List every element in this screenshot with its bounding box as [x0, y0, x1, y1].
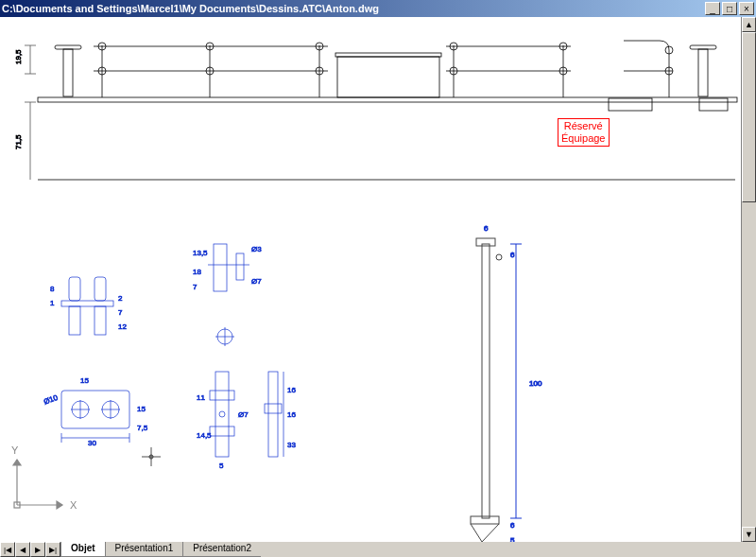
nav-last-button[interactable]: ▶|: [45, 542, 60, 557]
svg-rect-41: [94, 306, 106, 335]
scroll-down-button[interactable]: ▼: [742, 527, 756, 542]
dim-h1: 19,5: [14, 49, 23, 64]
bottom-bar: |◀ ◀ ▶ ▶| Objet Présentation1 Présentati…: [0, 542, 756, 557]
svg-rect-74: [210, 391, 234, 400]
titlebar: C:\Documents and Settings\Marcel1\My Doc…: [0, 0, 756, 17]
svg-text:1: 1: [50, 299, 55, 307]
svg-text:18: 18: [193, 268, 201, 276]
svg-text:Ø7: Ø7: [251, 277, 262, 286]
vertical-scrollbar[interactable]: ▲ ▼: [741, 17, 756, 542]
window-title: C:\Documents and Settings\Marcel1\My Doc…: [2, 3, 705, 14]
svg-text:Ø3: Ø3: [251, 245, 262, 253]
horizontal-scrollbar[interactable]: [261, 542, 756, 557]
svg-text:6: 6: [510, 251, 515, 259]
svg-rect-21: [335, 53, 441, 57]
maximize-button[interactable]: □: [722, 2, 737, 15]
tab-presentation1[interactable]: Présentation1: [105, 542, 184, 557]
svg-rect-40: [69, 306, 80, 335]
svg-rect-73: [215, 372, 229, 457]
svg-rect-34: [698, 49, 708, 96]
drawing-canvas[interactable]: 19,5 71,5: [0, 17, 741, 542]
svg-rect-33: [690, 45, 716, 49]
scroll-thumb[interactable]: [742, 32, 756, 202]
svg-text:Ø10: Ø10: [43, 393, 60, 407]
svg-text:7: 7: [193, 283, 198, 291]
svg-text:11: 11: [197, 393, 205, 402]
svg-text:15: 15: [80, 376, 89, 385]
window-buttons: _ □ ×: [705, 2, 754, 15]
svg-marker-103: [57, 501, 62, 509]
svg-rect-93: [471, 516, 499, 524]
cad-drawing: 19,5 71,5: [0, 17, 741, 542]
svg-marker-105: [13, 460, 21, 465]
svg-text:15: 15: [137, 405, 146, 413]
svg-rect-91: [476, 238, 495, 246]
svg-text:6: 6: [484, 224, 489, 233]
reserved-label: Réservé Équipage: [558, 118, 610, 147]
reserved-line1: Réservé: [564, 120, 603, 131]
nav-prev-button[interactable]: ◀: [15, 542, 30, 557]
scroll-up-button[interactable]: ▲: [742, 17, 756, 32]
ucs-y-label: Y: [11, 444, 19, 456]
svg-point-92: [496, 254, 502, 260]
svg-rect-37: [61, 301, 113, 306]
svg-text:8: 8: [50, 285, 55, 293]
svg-rect-39: [94, 277, 106, 301]
ucs-x-label: X: [70, 499, 77, 511]
svg-text:30: 30: [88, 439, 96, 447]
svg-text:5: 5: [219, 461, 224, 470]
svg-rect-62: [214, 244, 227, 291]
close-button[interactable]: ×: [739, 2, 754, 15]
svg-rect-63: [236, 253, 244, 280]
svg-text:16: 16: [287, 410, 296, 419]
svg-text:14,5: 14,5: [197, 431, 212, 440]
reserved-line2: Équipage: [561, 132, 606, 144]
svg-text:100: 100: [529, 379, 542, 388]
svg-rect-2: [55, 45, 81, 49]
svg-text:33: 33: [287, 441, 296, 449]
svg-rect-82: [265, 404, 282, 413]
nav-first-button[interactable]: |◀: [0, 542, 15, 557]
svg-rect-75: [210, 426, 234, 436]
tab-objet[interactable]: Objet: [60, 542, 106, 557]
svg-text:7: 7: [118, 308, 123, 317]
svg-rect-81: [268, 372, 278, 457]
svg-rect-38: [69, 277, 80, 301]
svg-point-76: [219, 411, 225, 417]
svg-rect-35: [609, 98, 652, 111]
svg-text:6: 6: [510, 521, 515, 530]
dim-h2: 71,5: [14, 134, 23, 149]
svg-rect-3: [63, 49, 73, 96]
minimize-button[interactable]: _: [705, 2, 720, 15]
svg-text:2: 2: [118, 294, 123, 303]
ucs-icon: X Y: [8, 441, 83, 519]
svg-rect-20: [337, 57, 439, 97]
svg-rect-90: [482, 244, 490, 518]
svg-text:13,5: 13,5: [193, 249, 208, 257]
svg-rect-36: [699, 98, 728, 111]
layout-tabs: Objet Présentation1 Présentation2: [60, 542, 261, 557]
tab-presentation2[interactable]: Présentation2: [182, 542, 262, 557]
nav-next-button[interactable]: ▶: [30, 542, 45, 557]
svg-text:12: 12: [118, 322, 127, 331]
svg-text:16: 16: [287, 386, 296, 394]
svg-text:Ø7: Ø7: [238, 410, 249, 419]
svg-text:7,5: 7,5: [137, 424, 148, 432]
